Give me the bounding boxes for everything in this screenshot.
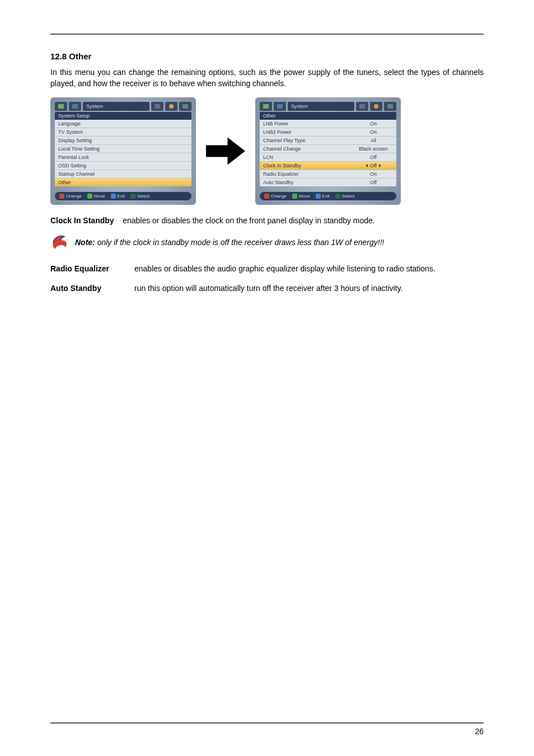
svg-rect-0: [58, 104, 64, 109]
top-rule: [50, 34, 484, 35]
note-label: Note:: [75, 238, 95, 247]
tab-icon-1: [55, 102, 67, 111]
footer-move: Move: [87, 194, 105, 199]
footer-change: Change: [264, 194, 287, 199]
panel-item-label: Local Time Setting: [58, 146, 100, 152]
svg-point-3: [169, 104, 174, 109]
left-panel-footer: Change Move Exit Select: [55, 192, 191, 200]
panel-item[interactable]: Display Setting: [55, 137, 191, 145]
tab-icon-2: [69, 102, 81, 111]
panel-item[interactable]: Language: [55, 120, 191, 128]
tab-icon-5: [179, 102, 191, 111]
panel-item[interactable]: LNB PowerOn: [260, 120, 396, 128]
panel-item-value: Black screen: [354, 146, 393, 152]
panel-item-label: Clock In Standby: [263, 163, 301, 168]
panel-item-label: Radio Equalizer: [263, 171, 299, 177]
tab-group-title: System: [288, 102, 354, 111]
svg-rect-4: [182, 104, 188, 109]
panel-item-value: Off: [354, 163, 393, 168]
svg-rect-2: [154, 104, 160, 109]
panel-item-value: All: [354, 138, 393, 143]
tab-icon-4: [165, 102, 177, 111]
panel-item-label: Channel Play Type: [263, 138, 305, 143]
warning-icon: [50, 233, 69, 252]
panel-item-label: OSD Setting: [58, 163, 86, 168]
panel-item-value: Off: [354, 154, 393, 160]
svg-point-9: [374, 104, 378, 109]
svg-rect-7: [277, 104, 283, 109]
svg-rect-10: [387, 104, 393, 109]
panel-item-value: On: [354, 121, 393, 126]
panel-item-value: On: [354, 171, 393, 177]
tab-icon-1: [260, 102, 272, 111]
panel-item-value: Off: [354, 180, 393, 185]
definitions-table: Radio Equalizer enables or disables the …: [50, 263, 484, 294]
radio-equalizer-desc: enables or disables the audio graphic eq…: [134, 263, 484, 274]
panel-item[interactable]: Local Time Setting: [55, 145, 191, 153]
footer-select: Select: [130, 194, 149, 199]
panel-item-label: Parental Lock: [58, 154, 89, 160]
radio-equalizer-term: Radio Equalizer: [50, 263, 134, 274]
panel-item[interactable]: Parental Lock: [55, 153, 191, 162]
footer-move: Move: [292, 194, 310, 199]
left-panel-list: LanguageTV SystemDisplay SettingLocal Ti…: [55, 120, 191, 186]
system-setup-panel: System System Setup LanguageTV SystemDis…: [50, 97, 196, 205]
clock-in-standby-term: Clock In Standby: [50, 216, 114, 225]
svg-rect-8: [359, 104, 365, 109]
footer-rule: [50, 722, 484, 724]
panel-item[interactable]: Channel ChangeBlack screen: [260, 145, 396, 153]
panel-item-label: Channel Change: [263, 146, 301, 152]
footer-change: Change: [59, 194, 82, 199]
footer-exit: Exit: [111, 194, 125, 199]
section-heading: 12.8 Other: [50, 51, 484, 61]
panel-item[interactable]: OSD Setting: [55, 162, 191, 170]
panel-item[interactable]: Radio EqualizerOn: [260, 170, 396, 179]
tab-icon-4: [370, 102, 382, 111]
panel-item[interactable]: Channel Play TypeAll: [260, 137, 396, 145]
chevron-right-icon[interactable]: [379, 164, 381, 167]
section-intro: In this menu you can change the remainin…: [50, 67, 484, 90]
clock-in-standby-desc: enables or disables the clock on the fro…: [123, 216, 375, 225]
panel-item-value-text: Off: [370, 163, 377, 168]
right-panel-footer: Change Move Exit Select: [260, 192, 396, 200]
svg-rect-1: [72, 104, 78, 109]
right-panel-header: Other: [260, 112, 396, 120]
page-footer: 26: [50, 722, 484, 736]
panel-item[interactable]: Startup Channel: [55, 170, 191, 179]
chevron-left-icon[interactable]: [366, 164, 368, 167]
right-panel-list: LNB PowerOnLNB2 PowerOnChannel Play Type…: [260, 120, 396, 186]
note-body: only if the clock in standby mode is off…: [97, 238, 385, 247]
arrow-right-icon: [206, 135, 245, 167]
figures-row: System System Setup LanguageTV SystemDis…: [50, 97, 484, 205]
tab-icon-5: [384, 102, 396, 111]
panel-item-label: Display Setting: [58, 138, 92, 143]
panel-item[interactable]: LCNOff: [260, 153, 396, 162]
note-text: Note: only if the clock in standby mode …: [75, 238, 384, 247]
panel-item-label: Other: [58, 180, 71, 185]
left-panel-header: System Setup: [55, 112, 191, 120]
panel-item[interactable]: Other: [55, 179, 191, 186]
other-settings-panel: System Other LNB PowerOnLNB2 PowerOnChan…: [255, 97, 401, 205]
page-number: 26: [50, 727, 484, 736]
panel-item[interactable]: LNB2 PowerOn: [260, 128, 396, 137]
note-row: Note: only if the clock in standby mode …: [50, 233, 484, 252]
footer-select: Select: [335, 194, 354, 199]
svg-marker-5: [206, 137, 245, 165]
tab-icon-3: [356, 102, 368, 111]
panel-item-label: TV System: [58, 129, 83, 135]
panel-item-value: On: [354, 129, 393, 135]
panel-item-label: LNB2 Power: [263, 129, 292, 135]
panel-tabs-row: System: [260, 102, 396, 111]
footer-exit: Exit: [316, 194, 330, 199]
panel-item[interactable]: Clock In StandbyOff: [260, 162, 396, 170]
panel-tabs-row: System: [55, 102, 191, 111]
clock-in-standby-definition: Clock In Standby enables or disables the…: [50, 215, 484, 226]
panel-item-label: Auto Standby: [263, 180, 293, 185]
panel-item[interactable]: TV System: [55, 128, 191, 137]
svg-rect-6: [263, 104, 269, 109]
panel-item-label: LCN: [263, 154, 273, 160]
panel-item[interactable]: Auto StandbyOff: [260, 179, 396, 186]
panel-item-label: Startup Channel: [58, 171, 95, 177]
tab-group-title: System: [83, 102, 149, 111]
auto-standby-term: Auto Standby: [50, 283, 134, 294]
